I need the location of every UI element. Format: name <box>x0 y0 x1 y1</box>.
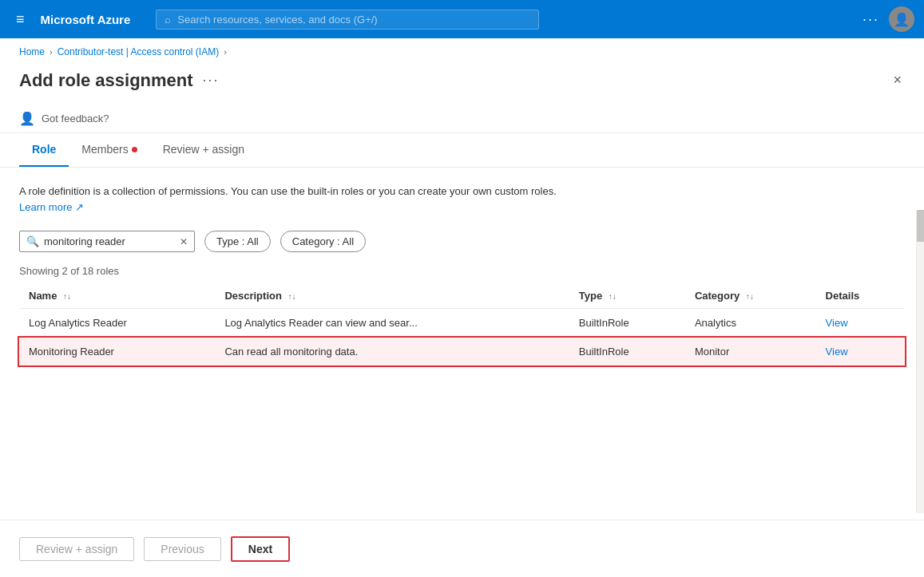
name-sort-icon: ↑↓ <box>63 292 71 301</box>
content-area: A role definition is a collection of per… <box>0 168 924 381</box>
main-container: Home › Contributor-test | Access control… <box>0 38 924 577</box>
tab-review-assign[interactable]: Review + assign <box>150 133 257 167</box>
tab-members[interactable]: Members <box>69 133 149 167</box>
row1-details: View <box>816 309 905 338</box>
row2-name: Monitoring Reader <box>19 338 215 366</box>
row2-category: Monitor <box>685 338 816 366</box>
learn-more-link[interactable]: Learn more ↗ <box>19 201 84 213</box>
breadcrumb-sep-2: › <box>224 47 227 57</box>
next-button[interactable]: Next <box>231 536 290 562</box>
nav-search-placeholder: Search resources, services, and docs (G+… <box>177 14 377 26</box>
col-description[interactable]: Description ↑↓ <box>215 283 569 309</box>
col-type[interactable]: Type ↑↓ <box>569 283 685 309</box>
row1-name: Log Analytics Reader <box>19 309 215 338</box>
close-button[interactable]: × <box>890 69 905 92</box>
members-dot-indicator <box>132 147 137 152</box>
nav-right-area: ··· 👤 <box>863 6 914 32</box>
search-clear-icon[interactable]: ✕ <box>180 236 188 247</box>
scrollbar[interactable] <box>916 210 924 513</box>
breadcrumb-home[interactable]: Home <box>19 46 45 57</box>
feedback-icon: 👤 <box>19 111 35 126</box>
row2-view-link[interactable]: View <box>826 346 848 358</box>
bottom-action-bar: Review + assign Previous Next <box>0 520 924 577</box>
review-assign-button[interactable]: Review + assign <box>19 537 134 561</box>
top-nav: ≡ Microsoft Azure ⌕ Search resources, se… <box>0 0 924 38</box>
showing-count: Showing 2 of 18 roles <box>19 265 905 277</box>
search-input[interactable] <box>44 235 175 247</box>
feedback-text[interactable]: Got feedback? <box>42 113 109 124</box>
previous-button[interactable]: Previous <box>144 537 220 561</box>
row1-type: BuiltInRole <box>569 309 685 338</box>
row2-type: BuiltInRole <box>569 338 685 366</box>
breadcrumb: Home › Contributor-test | Access control… <box>0 38 924 65</box>
tab-role-label: Role <box>32 143 56 156</box>
search-box-icon: 🔍 <box>26 235 39 247</box>
nav-search-box[interactable]: ⌕ Search resources, services, and docs (… <box>156 10 539 30</box>
feedback-bar: 👤 Got feedback? <box>0 105 924 133</box>
search-box[interactable]: 🔍 ✕ <box>19 231 195 252</box>
row2-details: View <box>816 338 905 366</box>
page-header: Add role assignment ··· × <box>0 65 924 105</box>
row1-category: Analytics <box>685 309 816 338</box>
roles-table: Name ↑↓ Description ↑↓ Type ↑↓ Category … <box>19 283 905 366</box>
col-details: Details <box>816 283 905 309</box>
breadcrumb-iam[interactable]: Contributor-test | Access control (IAM) <box>58 46 220 57</box>
table-row[interactable]: Monitoring Reader Can read all monitorin… <box>19 338 905 366</box>
page-title: Add role assignment <box>19 70 193 91</box>
user-avatar[interactable]: 👤 <box>889 6 914 32</box>
cat-sort-icon: ↑↓ <box>746 292 754 301</box>
type-sort-icon: ↑↓ <box>609 292 617 301</box>
filter-row: 🔍 ✕ Type : All Category : All <box>19 231 905 252</box>
tabs: Role Members Review + assign <box>0 133 924 168</box>
app-title: Microsoft Azure <box>41 13 131 26</box>
hamburger-icon[interactable]: ≡ <box>10 8 31 31</box>
tab-members-label: Members <box>81 143 128 156</box>
row1-view-link[interactable]: View <box>826 317 848 329</box>
category-filter-pill[interactable]: Category : All <box>280 231 366 252</box>
search-icon: ⌕ <box>165 14 171 26</box>
type-filter-pill[interactable]: Type : All <box>204 231 271 252</box>
page-header-left: Add role assignment ··· <box>19 70 220 91</box>
table-header-row: Name ↑↓ Description ↑↓ Type ↑↓ Category … <box>19 283 905 309</box>
tab-role[interactable]: Role <box>19 133 69 167</box>
row2-description: Can read all monitoring data. <box>215 338 569 366</box>
breadcrumb-sep-1: › <box>50 47 53 57</box>
col-category[interactable]: Category ↑↓ <box>685 283 816 309</box>
description-text: A role definition is a collection of per… <box>19 184 578 215</box>
col-name[interactable]: Name ↑↓ <box>19 283 215 309</box>
scrollbar-thumb[interactable] <box>917 210 924 242</box>
page-more-icon[interactable]: ··· <box>203 72 220 89</box>
nav-more-icon[interactable]: ··· <box>863 11 879 28</box>
table-row[interactable]: Log Analytics Reader Log Analytics Reade… <box>19 309 905 338</box>
tab-review-assign-label: Review + assign <box>163 143 244 156</box>
avatar-icon: 👤 <box>894 12 910 27</box>
desc-sort-icon: ↑↓ <box>288 292 296 301</box>
row1-description: Log Analytics Reader can view and sear..… <box>215 309 569 338</box>
